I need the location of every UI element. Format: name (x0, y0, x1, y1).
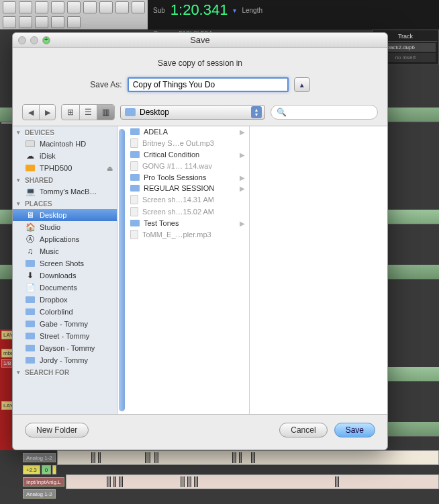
tool-button[interactable] (132, 1, 145, 13)
sidebar-item-label: Jordy - Tommy (40, 356, 88, 364)
file-row[interactable]: Britney S…e Out.mp3 (126, 137, 249, 149)
collapse-button[interactable]: ▲ (294, 77, 310, 92)
counter-panel: Sub 1:20.341 ▾ Length Cursor 219| 3| 594… (148, 0, 439, 30)
file-row[interactable]: ToMM_E_…pler.mp3 (126, 228, 249, 241)
sidebar-item-label: Dayson - Tommy (40, 344, 95, 352)
sidebar-item[interactable]: 💻Tommy's MacB… (13, 185, 117, 198)
hd-icon (25, 139, 36, 149)
sidebar-item[interactable]: 🏠Studio (13, 221, 117, 233)
io-label[interactable]: Analog 1-2 (23, 453, 56, 462)
tool-button[interactable] (67, 16, 81, 28)
sidebar-item-label: Music (40, 247, 59, 255)
sidebar-item-label: iDisk (40, 152, 56, 160)
folder-row[interactable]: ADELA▶ (126, 126, 249, 137)
sidebar-item[interactable]: Colorblind (13, 306, 117, 318)
search-field[interactable]: 🔍 (271, 105, 378, 120)
main-counter: 1:20.341 (170, 1, 228, 19)
sidebar-section-header[interactable]: DEVICES (13, 126, 117, 138)
sidebar-item[interactable]: Dayson - Tommy (13, 342, 117, 354)
save-dialog: Save Save copy of session in Save As: ▲ … (12, 32, 388, 450)
back-button[interactable]: ◀ (23, 105, 39, 120)
close-button[interactable] (18, 36, 26, 44)
sidebar-item-label: Applications (40, 235, 79, 243)
sidebar-item[interactable]: 🖥Desktop (13, 209, 117, 221)
sidebar-item-label: Gabe - Tommy (40, 320, 88, 328)
save-button[interactable]: Save (334, 423, 375, 437)
daw-toolbar (0, 0, 148, 30)
file-name: Pro Tools Sessions (144, 173, 206, 181)
zero-label[interactable]: 0 (42, 465, 51, 474)
search-input[interactable] (289, 108, 372, 116)
sidebar-item[interactable]: Gabe - Tommy (13, 318, 117, 330)
folder-icon (25, 259, 36, 268)
bottom-tracks: Analog 1-2 +2.3 0 Inpt/InptAnlg.L Analog… (23, 450, 439, 504)
file-row[interactable]: GONG #1… 114.wav (126, 160, 249, 172)
folder-icon (25, 355, 36, 365)
tool-button[interactable] (19, 1, 32, 13)
sidebar-section-header[interactable]: SEARCH FOR (13, 366, 117, 378)
io-label[interactable]: Inpt/InptAnlg.L (23, 477, 64, 487)
folder-row[interactable]: Critical Condition▶ (126, 149, 249, 160)
file-name: GONG #1… 114.wav (142, 162, 212, 170)
tool-button[interactable] (19, 16, 32, 28)
meter (52, 465, 56, 474)
sidebar-item[interactable]: ⬇Downloads (13, 269, 117, 282)
sidebar-item[interactable]: Dropbox (13, 294, 117, 306)
file-icon (130, 138, 138, 148)
sidebar-item[interactable]: TPHD500⏏ (13, 162, 117, 174)
dialog-title: Save (190, 35, 210, 45)
sidebar-item[interactable]: Street - Tommy (13, 330, 117, 342)
sidebar-section-header[interactable]: SHARED (13, 174, 117, 185)
tool-button[interactable] (3, 1, 16, 13)
tool-button[interactable] (3, 16, 16, 28)
tool-button[interactable] (67, 1, 81, 13)
new-folder-button[interactable]: New Folder (25, 423, 89, 437)
zoom-button[interactable] (42, 36, 50, 44)
file-row[interactable]: Screen sh…14.31 AM (126, 194, 249, 206)
icon-view-button[interactable]: ⊞ (62, 105, 79, 120)
minimize-button[interactable] (30, 36, 38, 44)
sidebar-item[interactable]: ⒶApplications (13, 233, 117, 245)
waveform[interactable] (66, 474, 439, 489)
file-name: Screen sh…15.02 AM (142, 208, 214, 216)
dropdown-arrows-icon: ▴▾ (251, 106, 262, 118)
tool-button[interactable] (35, 16, 48, 28)
folder-row[interactable]: Test Tones▶ (126, 218, 249, 228)
waveform[interactable] (57, 450, 439, 465)
tool-button[interactable] (51, 1, 64, 13)
tool-button[interactable] (35, 1, 48, 13)
file-name: ADELA (144, 128, 168, 136)
file-row[interactable]: Screen sh…15.02 AM (126, 206, 249, 218)
cancel-button[interactable]: Cancel (279, 423, 327, 437)
length-label: Length (242, 7, 262, 14)
filename-input[interactable] (128, 77, 289, 92)
sidebar-item[interactable]: 📄Documents (13, 282, 117, 294)
docs-icon: 📄 (25, 283, 36, 292)
folder-row[interactable]: Pro Tools Sessions▶ (126, 172, 249, 183)
file-name: REGULAR SESSION (144, 184, 214, 192)
folder-row[interactable]: REGULAR SESSION▶ (126, 183, 249, 194)
sidebar-item[interactable]: ♫Music (13, 245, 117, 257)
location-popup[interactable]: Desktop ▴▾ (120, 105, 265, 120)
forward-button[interactable]: ▶ (39, 105, 55, 120)
dialog-subtitle: Save copy of session in (22, 58, 378, 68)
tool-button[interactable] (115, 1, 129, 13)
io-label[interactable]: Analog 1-2 (23, 489, 56, 499)
tool-button[interactable] (99, 1, 113, 13)
sidebar-item[interactable]: Macintosh HD (13, 138, 117, 150)
sidebar-section-header[interactable]: PLACES (13, 198, 117, 209)
list-view-button[interactable]: ☰ (79, 105, 97, 120)
folder-icon (130, 151, 140, 158)
file-name: ToMM_E_…pler.mp3 (142, 230, 211, 239)
scrollbar[interactable] (119, 129, 125, 411)
vol-label[interactable]: +2.3 (23, 465, 40, 474)
sidebar-item[interactable]: Screen Shots (13, 257, 117, 269)
column-view-button[interactable]: ▥ (97, 105, 114, 120)
sidebar-item[interactable]: Jordy - Tommy (13, 354, 117, 366)
eject-icon[interactable]: ⏏ (107, 165, 113, 172)
tool-button[interactable] (83, 1, 97, 13)
sidebar-item-label: Desktop (40, 211, 66, 219)
file-icon (130, 207, 138, 216)
sidebar-item[interactable]: ☁iDisk (13, 150, 117, 162)
tool-button[interactable] (51, 16, 64, 28)
